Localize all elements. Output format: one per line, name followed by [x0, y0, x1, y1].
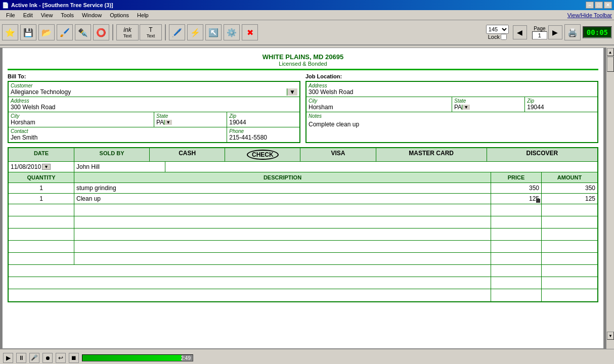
pointer-btn[interactable]: ↖️: [205, 24, 222, 40]
zoom-select[interactable]: 145 100 125 150 200: [486, 25, 509, 34]
stop-btn[interactable]: ⏹: [69, 353, 79, 363]
mastercard-option[interactable]: MASTER CARD: [376, 148, 487, 161]
home-btn[interactable]: ⭐: [2, 24, 18, 40]
separator-1: [112, 24, 113, 40]
bill-to-label: Bill To:: [8, 73, 300, 79]
qty-cell[interactable]: 1: [9, 183, 74, 193]
company-name: WHITE PLAINS, MD 20695: [262, 53, 343, 61]
date-value: 11/08/2010: [11, 163, 41, 170]
check-option[interactable]: CHECK: [225, 148, 300, 161]
pause-btn[interactable]: ⏸: [16, 353, 26, 363]
bill-state-value: PA: [156, 119, 164, 126]
ink-text-btn[interactable]: ink Text: [116, 24, 139, 40]
sold-by-header: SOLD BY: [100, 150, 124, 156]
bill-city-value: Horsham: [11, 119, 152, 126]
qty-cell[interactable]: 1: [9, 194, 74, 204]
bill-to-section: Bill To: Customer Allegiance Technology …: [8, 73, 300, 143]
job-notes-label: Notes: [309, 113, 595, 119]
bill-city-label: City: [11, 113, 152, 119]
discover-option[interactable]: DISCOVER: [487, 148, 597, 161]
table-row: 1 Clean up 125 125: [9, 194, 597, 204]
job-city-label: City: [309, 98, 450, 104]
job-location-section: Job Location: Address 300 Welsh Road Cit…: [305, 73, 598, 143]
app-close-btn[interactable]: ✕: [604, 2, 612, 9]
app-maximize-btn[interactable]: □: [595, 2, 603, 9]
price-cell[interactable]: 125: [491, 194, 542, 204]
menu-options[interactable]: Options: [106, 11, 133, 19]
job-state-label: State: [454, 98, 522, 104]
ink-text-group: ink Text T Text: [116, 24, 162, 40]
open-btn[interactable]: 📂: [38, 24, 55, 40]
document-area: WHITE PLAINS, MD 20695 Licensed & Bonded…: [2, 48, 604, 349]
desc-header: DESCRIPTION: [264, 174, 301, 180]
customer-label: Customer: [11, 83, 297, 88]
summary-row: [9, 289, 597, 301]
back-btn[interactable]: ↩: [56, 353, 66, 363]
table-row: 1 stump grinding 350 350: [9, 183, 597, 194]
sold-by-value: John Hill: [76, 163, 100, 170]
app-minimize-btn[interactable]: –: [586, 2, 594, 9]
record-btn[interactable]: ⏺: [42, 353, 53, 363]
bill-contact-value: Jen Smith: [11, 134, 225, 141]
price-header: PRICE: [508, 174, 525, 180]
bill-zip-label: Zip: [229, 113, 297, 119]
text-btn[interactable]: T Text: [140, 24, 162, 40]
visa-option[interactable]: VISA: [300, 148, 376, 161]
menu-window[interactable]: Window: [78, 11, 106, 19]
bill-phone-value: 215-441-5580: [229, 134, 297, 141]
menu-edit[interactable]: Edit: [19, 11, 37, 19]
lock-checkbox[interactable]: [501, 34, 507, 40]
amount-header: AMOUNT: [557, 174, 582, 180]
page-input[interactable]: [532, 31, 547, 39]
gear-btn[interactable]: ⚙️: [224, 24, 240, 40]
bottom-bar: ▶ ⏸ 🎤 ⏺ ↩ ⏹ 2:49: [0, 349, 614, 364]
progress-label: 2:49: [181, 355, 191, 362]
amount-cell[interactable]: 125: [542, 194, 597, 204]
cash-option[interactable]: CASH: [150, 148, 225, 161]
window-title: Active Ink - [Southern Tree Service (3)]: [11, 2, 113, 8]
brush-btn[interactable]: 🖌️: [57, 24, 73, 40]
lightning-btn[interactable]: ⚡: [187, 24, 203, 40]
menu-file[interactable]: File: [2, 11, 19, 19]
page-label: Page: [534, 26, 545, 31]
title-bar: 📄 Active Ink - [Southern Tree Service (3…: [0, 0, 614, 10]
delete-btn[interactable]: ✖: [242, 24, 258, 40]
prev-page-btn[interactable]: ◀: [513, 25, 527, 39]
view-hide-toolbar[interactable]: View/Hide Toolbar: [567, 12, 612, 18]
circle-btn[interactable]: ⭕: [93, 24, 109, 40]
desc-cell[interactable]: stump grinding: [74, 183, 491, 193]
price-cell[interactable]: 350: [491, 183, 542, 193]
bill-address-label: Address: [11, 98, 297, 104]
date-header: DATE: [34, 150, 49, 156]
job-location-label: Job Location:: [305, 73, 598, 79]
menu-tools[interactable]: Tools: [57, 11, 78, 19]
highlighter-btn[interactable]: 🖊️: [169, 24, 185, 40]
save-btn[interactable]: 💾: [20, 24, 36, 40]
next-page-btn[interactable]: ▶: [548, 25, 562, 39]
pen-btn[interactable]: ✒️: [75, 24, 91, 40]
job-notes-value: Complete clean up: [309, 119, 595, 128]
table-row: [9, 241, 597, 253]
mic-btn[interactable]: 🎤: [29, 353, 39, 363]
right-scrollbar[interactable]: ▲ ▼: [606, 48, 614, 349]
menu-bar: File Edit View Tools Window Options Help…: [0, 10, 614, 20]
print-btn[interactable]: 🖨️: [564, 24, 581, 40]
date-dropdown[interactable]: ▼: [42, 164, 51, 170]
menu-view[interactable]: View: [37, 11, 57, 19]
table-row: [9, 216, 597, 229]
customer-dropdown[interactable]: ▼: [287, 88, 297, 96]
table-row: [9, 253, 597, 265]
table-row: [9, 204, 597, 216]
table-row: [9, 229, 597, 241]
menu-help[interactable]: Help: [133, 11, 153, 19]
job-zip-label: Zip: [527, 98, 595, 104]
job-address-label: Address: [309, 83, 595, 88]
desc-cell[interactable]: Clean up: [74, 194, 491, 204]
job-state-dropdown[interactable]: ▼: [462, 105, 470, 110]
progress-bar-container[interactable]: 2:49: [82, 354, 193, 361]
play-btn[interactable]: ▶: [3, 353, 13, 363]
state-dropdown[interactable]: ▼: [164, 120, 172, 125]
amount-cell[interactable]: 350: [542, 183, 597, 193]
nav-buttons: ◀ Page ▶: [513, 25, 562, 39]
zoom-control: 145 100 125 150 200 Lock: [486, 25, 509, 40]
